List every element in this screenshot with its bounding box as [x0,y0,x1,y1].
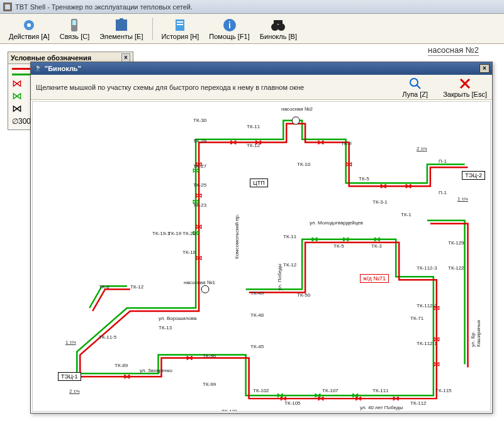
close-icon [458,77,472,91]
flow-1: 1 т/ч [457,196,468,202]
plant-zhd71: ж/д №71 [360,274,389,283]
gear-icon [21,18,36,33]
street-pobedy: ул. Победы [277,264,283,290]
binokl-title-text: "Бинокль" [45,65,81,72]
svg-rect-1 [5,4,10,9]
flow-2: 1 т/ч [65,339,76,345]
street-kashirskih: ул. Бр. Кашириных [470,320,481,347]
elements-button[interactable]: Элементы [E] [96,16,147,41]
legend-close-button[interactable]: × [121,53,130,62]
svg-point-14 [277,23,285,31]
history-icon [172,18,188,33]
svg-rect-9 [177,21,183,23]
svg-rect-15 [274,20,283,24]
svg-line-17 [417,85,420,89]
main-toolbar: Действия [A] Связь [C] Элементы [E] Исто… [0,14,504,44]
binokl-titlebar[interactable]: 🔭 "Бинокль" × [31,62,492,75]
svg-rect-10 [177,24,183,25]
toolbar-separator [152,18,153,40]
content-area: Условные обозначения × ⋈ ⋈ ⋈ ∅300 насосн… [0,44,504,423]
legend-title-text: Условные обозначения [11,54,91,62]
street-komsomolsky: Комсомольский пр. [234,214,240,259]
help-button[interactable]: i Помощь [F1] [205,16,254,41]
binoculars-icon [271,18,286,33]
window-titlebar: TBT Shell - Тренажер по эксплуатации теп… [0,0,504,14]
binoculars-button[interactable]: Бинокль [B] [256,16,301,41]
binokl-toolbar: Щелкните мышкой по участку схемы для быс… [31,75,492,100]
history-button[interactable]: История [H] [158,16,203,41]
street-molodogvard: ул. Молодогвардейцев [310,220,363,226]
schematic-canvas[interactable]: ТЭЦ-1 ТЭЦ-2 ЦТП ж/д №71 насосная №1 насо… [32,101,491,412]
app-icon [3,2,13,12]
street-voroshilova: ул. Ворошилова [159,316,196,321]
street-sorok-let: ул. 40 лет Победы [360,405,403,410]
svg-point-3 [27,23,31,27]
actions-button[interactable]: Действия [A] [5,16,53,41]
close-button[interactable]: Закрыть [Esc] [443,77,487,98]
phone-icon [67,18,82,33]
binokl-titlebar-close-button[interactable]: × [479,64,490,73]
plant-tec1: ТЭЦ-1 [58,372,81,381]
svg-point-21 [292,117,300,124]
puzzle-icon [114,18,129,33]
flow-0: 2 т/ч [417,146,427,151]
flow-3: 2 т/ч [69,388,80,394]
svg-text:i: i [228,20,231,30]
lupa-button[interactable]: Лупа [Z] [402,77,428,98]
link-button[interactable]: Связь [C] [56,16,94,41]
svg-rect-5 [72,20,76,25]
binokl-hint-text: Щелкните мышкой по участку схемы для быс… [36,84,304,91]
background-station-label: насосная №2 [428,45,479,56]
binokl-window: 🔭 "Бинокль" × Щелкните мышкой по участку… [30,62,493,414]
binokl-app-icon: 🔭 [33,65,42,73]
street-zakharenko: ул. Захаренко [140,368,172,373]
magnifier-icon [408,77,422,91]
plant-ctp: ЦТП [250,179,268,187]
svg-point-20 [201,285,209,293]
info-icon: i [222,18,237,33]
window-title: TBT Shell - Тренажер по эксплуатации теп… [15,3,193,11]
plant-tec2: ТЭЦ-2 [462,171,485,180]
